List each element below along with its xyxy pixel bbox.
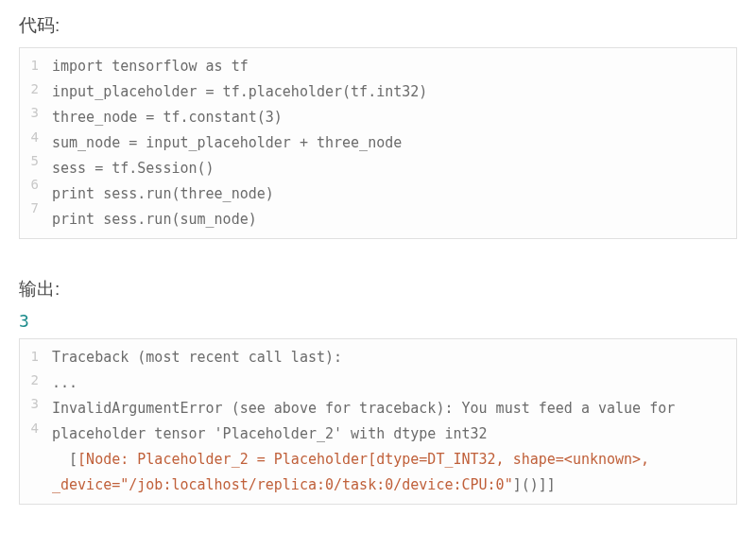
output-section-label: 输出: — [19, 277, 737, 301]
code-content: import tensorflow as tfinput_placeholder… — [43, 48, 736, 238]
traceback-line: [[Node: Placeholder_2 = Placeholder[dtyp… — [52, 447, 727, 498]
traceback-text: InvalidArgumentError (see above for trac… — [52, 400, 683, 442]
line-number: 4 — [26, 126, 39, 149]
line-number: 7 — [26, 197, 39, 220]
code-section-label: 代码: — [19, 13, 737, 38]
line-number: 2 — [26, 77, 39, 101]
traceback-node-link[interactable]: [Node: Placeholder_2 = Placeholder[dtype… — [52, 451, 658, 493]
output-value: 3 — [19, 311, 737, 331]
code-gutter: 1234567 — [20, 48, 43, 238]
traceback-text: [ — [52, 451, 77, 468]
code-line: three_node = tf.constant(3) — [52, 105, 727, 130]
line-number: 3 — [26, 392, 39, 416]
line-number: 3 — [26, 101, 39, 125]
code-line: sum_node = input_placeholder + three_nod… — [52, 130, 727, 156]
line-number: 1 — [26, 345, 39, 369]
traceback-block: 1234 Traceback (most recent call last):.… — [19, 338, 737, 505]
traceback-line: ... — [52, 370, 727, 396]
code-line: import tensorflow as tf — [52, 54, 727, 79]
traceback-line: Traceback (most recent call last): — [52, 345, 727, 370]
line-number: 5 — [26, 149, 39, 173]
code-line: print sess.run(three_node) — [52, 181, 727, 207]
line-number: 4 — [26, 417, 39, 440]
traceback-gutter: 1234 — [20, 339, 43, 504]
code-block: 1234567 import tensorflow as tfinput_pla… — [19, 47, 737, 239]
traceback-text: ]()]] — [513, 476, 556, 493]
code-line: print sess.run(sum_node) — [52, 207, 727, 232]
line-number: 1 — [26, 54, 39, 77]
line-number: 6 — [26, 173, 39, 197]
line-number: 2 — [26, 369, 39, 392]
traceback-content: Traceback (most recent call last):...Inv… — [43, 339, 736, 504]
traceback-line: InvalidArgumentError (see above for trac… — [52, 396, 727, 447]
traceback-text: Traceback (most recent call last): — [52, 349, 342, 366]
code-line: sess = tf.Session() — [52, 156, 727, 181]
code-line: input_placeholder = tf.placeholder(tf.in… — [52, 79, 727, 105]
traceback-text: ... — [52, 374, 77, 391]
